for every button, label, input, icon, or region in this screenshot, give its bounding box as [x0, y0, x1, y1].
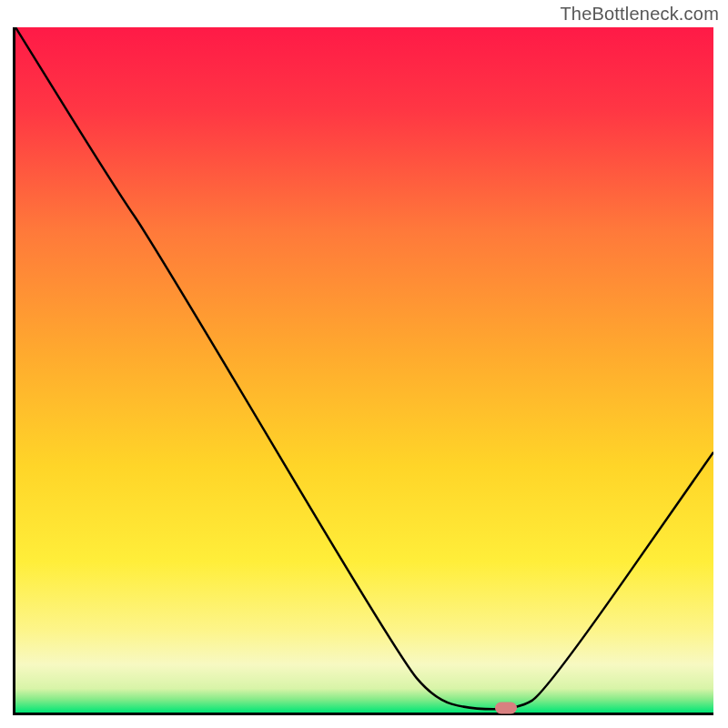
- optimal-point-marker: [495, 702, 517, 713]
- bottleneck-curve: [15, 27, 713, 713]
- watermark-text: TheBottleneck.com: [560, 4, 719, 25]
- chart-plot-area: [13, 27, 713, 715]
